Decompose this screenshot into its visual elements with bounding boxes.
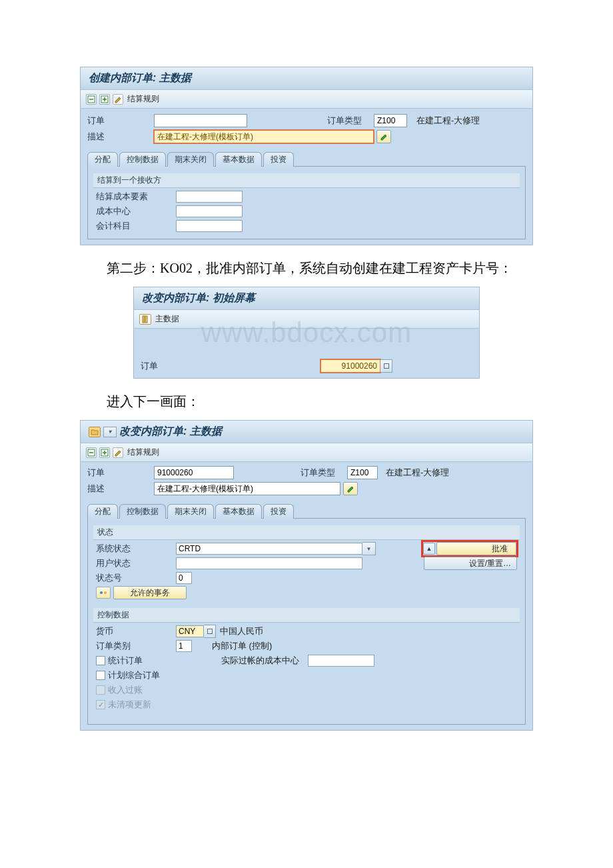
folder-icon[interactable] — [89, 427, 101, 437]
actual-cc-label: 实际过帐的成本中心 — [221, 655, 308, 667]
desc-label: 描述 — [87, 131, 154, 143]
order-input[interactable] — [154, 114, 247, 127]
search-help-icon[interactable] — [380, 359, 392, 373]
order-cat-text: 内部订单 (控制) — [212, 640, 272, 652]
narrative-next: 进入下一画面： — [80, 391, 533, 412]
panel3-tabpanel: 状态 系统状态 ▼ ▲ 批准 用户状态 设置/重置… 状态号 允许的事务 — [87, 518, 526, 725]
svg-rect-3 — [145, 316, 147, 323]
expand-icon-3[interactable] — [86, 447, 97, 458]
panel3-tabs: 分配 控制数据 期末关闭 基本数据 投资 — [87, 504, 526, 519]
plan-int-label: 计划综合订单 — [108, 669, 188, 681]
transactions-icon[interactable] — [96, 587, 111, 599]
change-io-init-panel: 改变内部订单: 初始屏幕 主数据 订单 www.bdocx.com — [133, 287, 480, 379]
tab-assignment[interactable]: 分配 — [87, 152, 118, 167]
tab-control-3[interactable]: 控制数据 — [119, 504, 166, 519]
cost-element-label: 结算成本要素 — [96, 191, 176, 203]
gl-account-input[interactable] — [176, 220, 243, 232]
plan-int-checkbox[interactable] — [96, 671, 105, 680]
change-io-master-panel: ▾ 改变内部订单: 主数据 结算规则 订单 订单类型 在建工程-大修理 描述 分… — [80, 420, 533, 731]
actual-cc-input[interactable] — [308, 655, 374, 667]
tab-general[interactable]: 基本数据 — [215, 152, 262, 167]
approve-highlight-box: ▲ 批准 — [422, 541, 517, 556]
panel2-title: 改变内部订单: 初始屏幕 — [134, 287, 479, 310]
order-cat-input[interactable] — [176, 640, 192, 652]
order-input-3[interactable] — [154, 466, 234, 479]
create-io-panel: 创建内部订单: 主数据 结算规则 订单 订单类型 在建工程-大修理 描述 分配 … — [80, 67, 533, 245]
master-data-icon[interactable] — [139, 314, 151, 325]
tab-period-end-3[interactable]: 期末关闭 — [167, 504, 214, 519]
control-group-header: 控制数据 — [93, 608, 520, 623]
edit-icon-3[interactable] — [113, 447, 123, 458]
sys-status-label: 系统状态 — [96, 543, 176, 555]
long-text-btn-3[interactable] — [343, 482, 358, 495]
order-label-3: 订单 — [87, 467, 154, 479]
gl-account-label: 会计科目 — [96, 220, 176, 232]
tab-general-3[interactable]: 基本数据 — [215, 504, 262, 519]
currency-input[interactable] — [176, 625, 204, 637]
status-num-label: 状态号 — [96, 572, 176, 584]
panel3-toolbar: 结算规则 — [81, 443, 532, 462]
order-type-text: 在建工程-大修理 — [416, 115, 480, 127]
order-label-2: 订单 — [141, 360, 201, 372]
settlement-rule-link[interactable]: 结算规则 — [127, 93, 159, 105]
tab-period-end[interactable]: 期末关闭 — [167, 152, 214, 167]
tab-control[interactable]: 控制数据 — [119, 152, 166, 167]
panel3-title-bar: ▾ 改变内部订单: 主数据 — [81, 421, 532, 443]
svg-rect-2 — [143, 316, 145, 323]
approve-button[interactable]: 批准 — [436, 542, 516, 555]
open-item-label: 未清项更新 — [108, 699, 188, 711]
user-status-label: 用户状态 — [96, 557, 176, 569]
revenue-checkbox — [96, 685, 105, 695]
order-input-2[interactable] — [320, 359, 380, 373]
collapse-icon-3[interactable] — [99, 447, 110, 458]
title-dropdown-icon[interactable]: ▾ — [103, 427, 117, 437]
expand-icon[interactable] — [86, 94, 97, 105]
stat-order-label: 统计订单 — [108, 655, 181, 667]
status-group-header: 状态 — [93, 525, 520, 540]
edit-icon[interactable] — [113, 94, 123, 105]
settlement-group-header: 结算到一个接收方 — [93, 173, 520, 188]
order-cat-label: 订单类别 — [96, 640, 176, 652]
panel2-toolbar: 主数据 — [134, 310, 479, 329]
desc-input[interactable] — [154, 130, 374, 143]
order-type-label: 订单类型 — [327, 115, 374, 127]
order-type-label-3: 订单类型 — [301, 467, 347, 479]
svg-point-6 — [100, 591, 103, 594]
order-type-text-3: 在建工程-大修理 — [386, 467, 449, 479]
status-num-input[interactable] — [176, 572, 192, 584]
tab-investment-3[interactable]: 投资 — [263, 504, 294, 519]
allowed-trans-button[interactable]: 允许的事务 — [113, 586, 187, 599]
panel3-title: 改变内部订单: 主数据 — [119, 425, 222, 439]
panel1-tabs: 分配 控制数据 期末关闭 基本数据 投资 — [87, 152, 526, 167]
panel1-tabpanel: 结算到一个接收方 结算成本要素 成本中心 会计科目 — [87, 166, 526, 239]
order-type-input[interactable] — [374, 114, 407, 127]
revenue-label: 收入过账 — [108, 684, 188, 696]
approve-up-icon[interactable]: ▲ — [423, 543, 435, 555]
currency-search-icon[interactable] — [204, 625, 216, 638]
svg-point-7 — [104, 591, 107, 594]
user-status-input[interactable] — [176, 557, 362, 569]
master-data-link[interactable]: 主数据 — [155, 313, 179, 325]
set-reset-button[interactable]: 设置/重置… — [424, 557, 517, 570]
stat-order-checkbox[interactable] — [96, 656, 105, 665]
currency-label: 货币 — [96, 625, 176, 637]
desc-input-3[interactable] — [154, 482, 340, 495]
order-label: 订单 — [87, 115, 154, 127]
narrative-step2: 第二步：KO02，批准内部订单，系统自动创建在建工程资产卡片号： — [80, 257, 533, 279]
cost-center-label: 成本中心 — [96, 205, 176, 217]
tab-assignment-3[interactable]: 分配 — [87, 504, 118, 519]
cost-center-input[interactable] — [176, 205, 243, 217]
settlement-rule-link-3[interactable]: 结算规则 — [127, 447, 159, 458]
tab-investment[interactable]: 投资 — [263, 152, 294, 167]
sys-status-input[interactable] — [176, 543, 362, 555]
collapse-icon[interactable] — [99, 94, 110, 105]
sys-status-dropdown-icon[interactable]: ▼ — [362, 542, 376, 555]
desc-label-3: 描述 — [87, 483, 154, 495]
order-type-input-3[interactable] — [347, 466, 378, 479]
long-text-btn[interactable] — [376, 130, 391, 143]
open-item-checkbox: ✓ — [96, 700, 105, 709]
cost-element-input[interactable] — [176, 191, 243, 203]
currency-text: 中国人民币 — [220, 625, 263, 637]
panel1-toolbar: 结算规则 — [81, 90, 532, 109]
panel1-title: 创建内部订单: 主数据 — [81, 67, 532, 90]
